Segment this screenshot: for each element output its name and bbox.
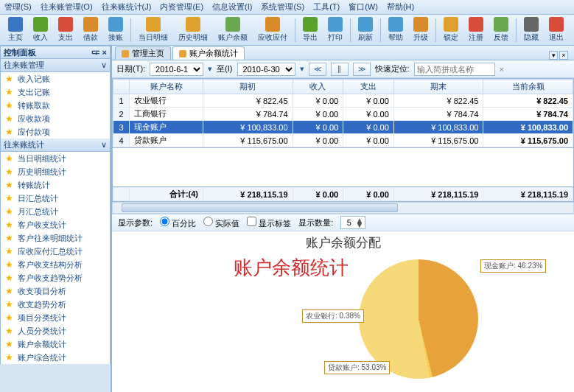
sidebar-item[interactable]: ★收支趋势分析 — [1, 298, 110, 311]
star-icon: ★ — [5, 220, 13, 230]
tab[interactable]: 管理主页 — [115, 46, 171, 60]
quick-locate-input[interactable] — [414, 63, 495, 76]
sidebar-item[interactable]: ★人员分类统计 — [1, 324, 110, 337]
chevron-down-icon[interactable]: ▾ — [300, 64, 304, 74]
toolbar-icon — [83, 17, 98, 32]
toolbar-label: 接账 — [108, 32, 123, 43]
star-icon: ★ — [5, 113, 13, 124]
toolbar-当日明细[interactable]: 当日明细 — [134, 15, 172, 44]
nav-first-button[interactable]: ≪ — [309, 63, 326, 76]
tab[interactable]: 账户余额统计 — [172, 46, 245, 60]
nav-last-button[interactable]: ≫ — [353, 63, 371, 76]
toolbar-锁定[interactable]: 锁定 — [439, 15, 463, 44]
checkbox-show-labels[interactable]: 显示标签 — [247, 217, 291, 229]
sidebar-item[interactable]: ★转账取款 — [1, 99, 110, 112]
sidebar-item[interactable]: ★月汇总统计 — [1, 205, 110, 218]
toolbar-借款[interactable]: 借款 — [79, 15, 102, 44]
toolbar-退出[interactable]: 退出 — [545, 15, 568, 44]
tab-icon — [179, 50, 186, 57]
column-header[interactable]: 期初 — [203, 80, 293, 94]
sidebar-group-header[interactable]: 往来账管理∨ — [0, 59, 111, 72]
sidebar-item[interactable]: ★客户收支结构分析 — [1, 258, 110, 271]
toolbar-注册[interactable]: 注册 — [464, 15, 488, 44]
menu-item[interactable]: 系统管理(S) — [261, 1, 304, 13]
toolbar-账户余额[interactable]: 账户余额 — [214, 15, 252, 44]
toolbar-导出[interactable]: 导出 — [298, 15, 322, 44]
menu-item[interactable]: 管理(S) — [4, 1, 32, 13]
toolbar-隐藏[interactable]: 隐藏 — [519, 15, 543, 44]
sidebar-item[interactable]: ★收支项目分析 — [1, 284, 110, 298]
toolbar-主页[interactable]: 主页 — [4, 15, 27, 44]
table-row[interactable]: 2工商银行¥ 784.74¥ 0.00¥ 0.00¥ 784.74¥ 784.7… — [113, 108, 573, 121]
toolbar-接账[interactable]: 接账 — [104, 15, 127, 44]
column-header[interactable]: 收入 — [293, 80, 343, 94]
sidebar-item[interactable]: ★项目分类统计 — [1, 311, 110, 324]
toolbar-icon — [108, 17, 123, 32]
date-to-select[interactable]: 2010-6-30 — [237, 63, 295, 76]
toolbar-应收应付[interactable]: 应收应付 — [253, 15, 292, 44]
display-count-stepper[interactable]: 5 ▲▼ — [340, 216, 365, 229]
menu-item[interactable]: 工具(T) — [313, 1, 340, 13]
toolbar-帮助[interactable]: 帮助 — [384, 15, 407, 44]
menu-item[interactable]: 往来账统计(J) — [102, 1, 152, 13]
toolbar-历史明细[interactable]: 历史明细 — [174, 15, 212, 44]
toolbar-label: 退出 — [549, 32, 564, 43]
menu-item[interactable]: 窗口(W) — [349, 1, 378, 13]
menu-item[interactable]: 帮助(H) — [387, 1, 414, 13]
sidebar-item[interactable]: ★当日明细统计 — [1, 152, 110, 165]
column-header[interactable] — [113, 80, 130, 94]
sidebar-item[interactable]: ★应付款项 — [1, 125, 110, 139]
toolbar-收入[interactable]: 收入 — [29, 15, 52, 44]
close-icon[interactable]: × — [102, 48, 107, 57]
sidebar-item-label: 转账取款 — [18, 100, 50, 111]
column-header[interactable]: 期末 — [393, 80, 483, 94]
sidebar-item[interactable]: ★客户收支统计 — [1, 218, 110, 231]
sidebar-item[interactable]: ★客户收支趋势分析 — [1, 271, 110, 284]
toolbar-label: 主页 — [8, 32, 23, 43]
column-header[interactable]: 当前余额 — [483, 80, 573, 94]
sidebar-item-label: 账户余额统计 — [18, 339, 66, 350]
toolbar-支出[interactable]: 支出 — [54, 15, 77, 44]
sidebar-item[interactable]: ★支出记账 — [1, 85, 110, 99]
date-from-select[interactable]: 2010-6-1 — [150, 63, 203, 76]
sidebar-item-label: 历史明细统计 — [18, 167, 66, 178]
radio-percent[interactable]: 百分比 — [160, 217, 196, 229]
toolbar-刷新[interactable]: 刷新 — [354, 15, 377, 44]
toolbar-反馈[interactable]: 反馈 — [489, 15, 513, 44]
sidebar-item[interactable]: ★转账统计 — [1, 178, 110, 192]
sidebar-item[interactable]: ★日汇总统计 — [1, 192, 110, 205]
sidebar-item[interactable]: ★账户余额统计 — [1, 337, 110, 351]
toolbar-icon — [225, 17, 240, 32]
menu-item[interactable]: 往来账管理(O) — [41, 1, 93, 13]
pin-icon[interactable]: ⮓ — [91, 48, 99, 57]
tab-close-icon[interactable]: × — [559, 51, 568, 60]
menu-item[interactable]: 信息设置(I) — [212, 1, 252, 13]
tab-label: 管理主页 — [132, 48, 164, 59]
sidebar-item[interactable]: ★账户综合统计 — [1, 351, 110, 364]
data-grid[interactable]: 账户名称期初收入支出期末当前余额1农业银行¥ 822.45¥ 0.00¥ 0.0… — [112, 78, 574, 148]
clear-icon[interactable]: × — [500, 65, 504, 74]
toolbar-升级[interactable]: 升级 — [409, 15, 433, 44]
sidebar-title-text: 控制面板 — [4, 47, 36, 58]
sidebar-item[interactable]: ★应收应付汇总统计 — [1, 245, 110, 258]
sidebar-item[interactable]: ★应收款项 — [1, 112, 110, 125]
sidebar-item-label: 当日明细统计 — [18, 153, 66, 164]
horizontal-scrollbar[interactable] — [112, 202, 574, 214]
sidebar-item[interactable]: ★收入记账 — [1, 72, 110, 85]
tab-icon — [122, 50, 129, 57]
chevron-down-icon[interactable]: ▾ — [208, 64, 212, 74]
radio-actual[interactable]: 实际值 — [203, 217, 239, 229]
tab-dropdown-icon[interactable]: ▾ — [549, 51, 558, 60]
sidebar-item-label: 人员分类统计 — [18, 326, 66, 337]
sidebar-item[interactable]: ★客户往来明细统计 — [1, 231, 110, 245]
sidebar-item[interactable]: ★历史明细统计 — [1, 165, 110, 178]
toolbar-打印[interactable]: 打印 — [323, 15, 347, 44]
table-row[interactable]: 4贷款账户¥ 115,675.00¥ 0.00¥ 0.00¥ 115,675.0… — [113, 134, 573, 147]
sidebar-group-header[interactable]: 往来账统计∨ — [0, 139, 111, 152]
menu-item[interactable]: 内资管理(E) — [160, 1, 203, 13]
nav-pause-button[interactable]: ‖ — [331, 63, 349, 76]
column-header[interactable]: 账户名称 — [130, 80, 203, 94]
table-row[interactable]: 1农业银行¥ 822.45¥ 0.00¥ 0.00¥ 822.45¥ 822.4… — [113, 94, 573, 108]
column-header[interactable]: 支出 — [343, 80, 394, 94]
table-row[interactable]: 3现金账户¥ 100,833.00¥ 0.00¥ 0.00¥ 100,833.0… — [113, 121, 573, 134]
